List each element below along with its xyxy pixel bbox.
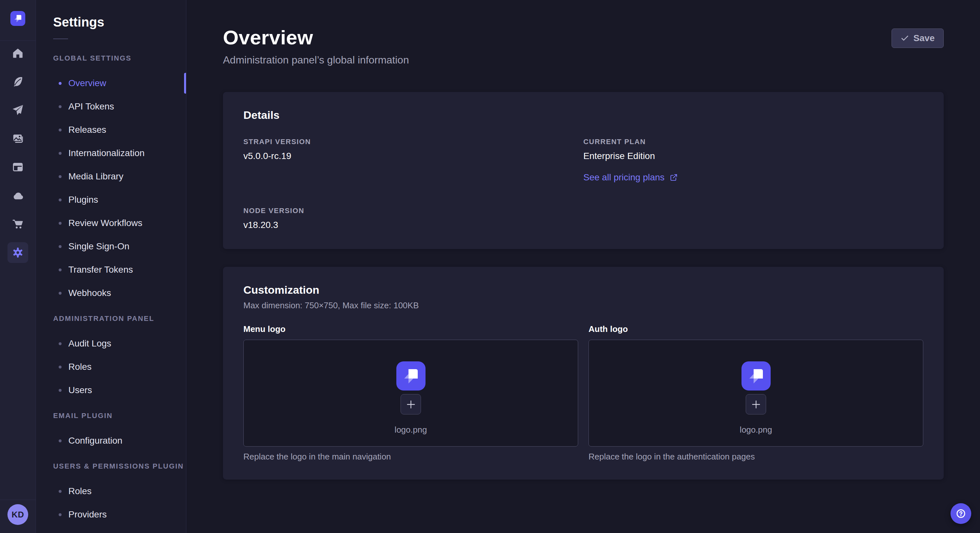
sidebar-item-review-workflows[interactable]: Review Workflows [36,211,186,235]
layout-icon [11,160,24,174]
sidebar-item-label: Audit Logs [68,338,111,349]
nav-cloud-button[interactable] [8,185,28,206]
bullet-dot-icon [59,342,62,345]
field-value: v18.20.3 [243,220,583,230]
strapi-logo-icon [741,362,771,390]
page-title-block: Overview Administration panel’s global i… [223,26,409,66]
bullet-dot-icon [59,292,62,295]
customization-card: Customization Max dimension: 750×750, Ma… [223,267,944,479]
sidebar-item-plugins[interactable]: Plugins [36,188,186,211]
home-icon [11,47,24,60]
bullet-dot-icon [59,268,62,271]
sidebar-item-media-library[interactable]: Media Library [36,165,186,188]
nav-releases-button[interactable] [8,100,28,121]
nav-content-manager-button[interactable] [8,71,28,92]
sidebar-item-internationalization[interactable]: Internationalization [36,141,186,165]
sidebar-item-releases[interactable]: Releases [36,118,186,141]
help-button[interactable] [950,503,971,524]
page-subtitle: Administration panel’s global informatio… [223,54,409,66]
sidebar-item-label: Releases [68,125,106,135]
field-label: STRAPI VERSION [243,138,583,146]
nav-home-button[interactable] [8,43,28,63]
logo-uploads: Menu logo logo.png Replace the logo in t… [243,324,923,462]
sidebar-item-label: API Tokens [68,102,114,112]
section-label: USERS & PERMISSIONS PLUGIN [53,462,186,471]
bullet-dot-icon [59,513,62,516]
details-heading: Details [243,109,923,121]
sidebar-item-webhooks[interactable]: Webhooks [36,281,186,305]
rail-divider [0,40,36,41]
sidebar-item-label: Roles [68,486,92,497]
field-label: CURRENT PLAN [583,138,923,146]
save-button-label: Save [913,33,935,43]
bullet-dot-icon [59,105,62,108]
main-content: Overview Administration panel’s global i… [186,0,980,533]
logo-filename: logo.png [395,425,427,435]
menu-logo-dropzone[interactable]: logo.png [243,339,578,447]
field-current-plan: CURRENT PLAN Enterprise Edition See all … [583,138,923,182]
check-icon [900,34,909,43]
section-label: GLOBAL SETTINGS [53,54,186,62]
upload-label: Auth logo [589,324,923,334]
sidebar-item-admin-roles[interactable]: Roles [36,355,186,379]
sidebar-item-label: Single Sign-On [68,241,129,252]
sidebar-item-overview[interactable]: Overview [36,71,186,95]
field-empty [583,206,923,230]
section-items: Roles Providers [36,479,186,526]
section-label: EMAIL PLUGIN [53,412,186,420]
auth-logo-upload: Auth logo logo.png Replace the logo in t… [589,324,923,462]
sidebar-item-up-providers[interactable]: Providers [36,503,186,526]
nav-media-library-button[interactable] [8,128,28,149]
section-label: ADMINISTRATION PANEL [53,314,186,323]
sidebar-item-label: Users [68,385,92,395]
bullet-dot-icon [59,175,62,178]
field-strapi-version: STRAPI VERSION v5.0.0-rc.19 [243,138,583,182]
menu-logo-preview [396,362,425,390]
sidebar-item-email-configuration[interactable]: Configuration [36,429,186,452]
pricing-plans-link-label: See all pricing plans [583,172,665,182]
sidebar-item-single-sign-on[interactable]: Single Sign-On [36,235,186,258]
section-email-plugin: EMAIL PLUGIN Configuration [36,412,186,452]
add-logo-button[interactable] [746,394,766,414]
add-logo-button[interactable] [401,394,421,414]
save-button[interactable]: Save [891,29,944,48]
section-items: Overview API Tokens Releases Internation… [36,71,186,305]
auth-logo-preview [741,362,771,390]
sidebar-item-label: Overview [68,78,106,89]
details-fields: STRAPI VERSION v5.0.0-rc.19 CURRENT PLAN… [243,138,923,230]
upload-label: Menu logo [243,324,578,334]
bullet-dot-icon [59,245,62,248]
sidebar-nav: GLOBAL SETTINGS Overview API Tokens Rele… [36,39,186,533]
brand-wrap [10,0,25,40]
sidebar-item-label: Media Library [68,171,124,182]
sidebar-item-api-tokens[interactable]: API Tokens [36,95,186,118]
pricing-plans-link[interactable]: See all pricing plans [583,172,678,182]
nav-content-type-builder-button[interactable] [8,157,28,178]
section-global-settings: GLOBAL SETTINGS Overview API Tokens Rele… [36,54,186,305]
feather-icon [11,75,24,88]
sidebar-item-up-roles[interactable]: Roles [36,479,186,503]
nav-settings-button[interactable] [8,242,28,263]
sidebar-header: Settings [36,0,186,39]
cloud-icon [11,189,24,202]
bullet-dot-icon [59,198,62,201]
page-title: Overview [223,26,409,49]
nav-marketplace-button[interactable] [8,214,28,235]
sidebar-item-label: Internationalization [68,148,145,159]
paper-plane-icon [11,104,24,117]
plus-icon [751,400,761,409]
sidebar-item-audit-logs[interactable]: Audit Logs [36,332,186,355]
sidebar-item-transfer-tokens[interactable]: Transfer Tokens [36,258,186,281]
auth-logo-dropzone[interactable]: logo.png [589,339,923,447]
bullet-dot-icon [59,222,62,225]
question-mark-icon [955,508,966,519]
rail-icon-list [8,43,28,263]
cart-icon [11,217,24,230]
strapi-logo-icon [396,362,425,390]
media-library-icon [11,132,24,145]
user-avatar[interactable]: KD [8,504,28,525]
strapi-logo[interactable] [10,11,25,26]
bullet-dot-icon [59,152,62,155]
sidebar-item-admin-users[interactable]: Users [36,379,186,402]
gear-icon [11,246,24,259]
